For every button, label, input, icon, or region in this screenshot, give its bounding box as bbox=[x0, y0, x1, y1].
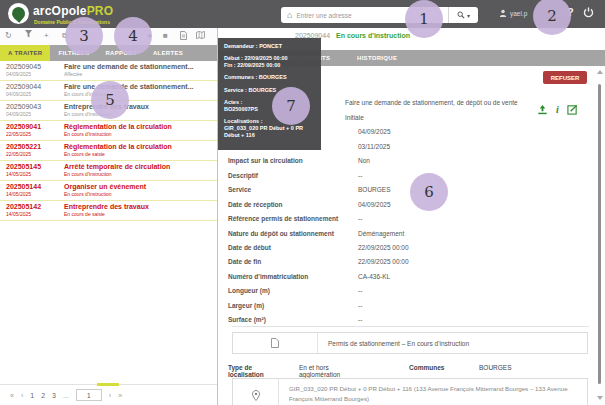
refresh-icon[interactable]: ↻ bbox=[5, 31, 12, 41]
request-number: 202509045 bbox=[6, 63, 64, 70]
pagination-next-button[interactable]: › bbox=[109, 392, 111, 399]
detail-status-badge: En cours d'instruction bbox=[336, 32, 410, 39]
pagination-ellipsis: ... bbox=[63, 392, 69, 399]
location-card[interactable]: GIR_033_020 PR Début + 0 PR Début + 116 … bbox=[232, 378, 588, 405]
pagination-prev-button[interactable]: ‹ bbox=[21, 392, 23, 399]
arcopole-app: arcOpolePRO Domaine Public & Autorisatio… bbox=[0, 0, 605, 405]
tooltip-fin: Fin : 22/09/2025 00:00 bbox=[224, 62, 315, 69]
tooltip-debut: Début : 22/09/2025 00:00 bbox=[224, 55, 315, 62]
list-item-alert[interactable]: 20250904122/05/2025 Règlementation de la… bbox=[0, 121, 217, 141]
communes-label: Communes bbox=[409, 364, 444, 371]
pagination-first-button[interactable]: « bbox=[10, 392, 14, 399]
pagination-page-3[interactable]: 3 bbox=[52, 392, 56, 399]
list-tab-bar: A TRAITER FILTRÉES RAPPORT ALERTES bbox=[0, 45, 217, 61]
request-title: Organiser un événement bbox=[64, 183, 146, 190]
pagination-page-1[interactable]: 1 bbox=[30, 392, 34, 399]
request-number: 202505221 bbox=[6, 143, 64, 150]
upload-icon[interactable] bbox=[537, 104, 548, 115]
permit-card-label: Permis de stationnement – En cours d'ins… bbox=[318, 340, 587, 347]
power-icon bbox=[583, 7, 594, 18]
detail-field: Longueur (m)-- bbox=[228, 287, 362, 294]
detail-field: Référence permis de stationnement-- bbox=[228, 215, 362, 222]
tab-historique[interactable]: HISTORIQUE bbox=[357, 50, 397, 66]
app-title: arcOpolePRO bbox=[33, 4, 113, 18]
stop-icon[interactable]: ■ bbox=[163, 31, 168, 41]
refuse-button[interactable]: REFUSER bbox=[543, 71, 587, 84]
section-divider bbox=[232, 326, 589, 327]
request-status: En cours d'instruction bbox=[64, 191, 146, 197]
permit-card[interactable]: Permis de stationnement – En cours d'ins… bbox=[232, 332, 588, 354]
annotation-marker-4: 4 bbox=[114, 17, 152, 55]
info-icon[interactable]: i bbox=[556, 104, 559, 115]
address-search-bar: ⌂ ▾ bbox=[281, 7, 478, 23]
document-icon bbox=[233, 333, 318, 353]
list-item-alert[interactable]: 20250514514/05/2025 Arrêté temporaire de… bbox=[0, 161, 217, 181]
map-icon[interactable] bbox=[196, 31, 205, 39]
request-date: 22/05/2025 bbox=[6, 131, 64, 137]
request-title: Faire une demande de stationnement... bbox=[64, 63, 194, 70]
request-number: 202509043 bbox=[6, 103, 64, 110]
request-date: 04/09/2025 bbox=[6, 71, 64, 77]
list-item-alert[interactable]: 20250514214/05/2025 Entreprendre des tra… bbox=[0, 201, 217, 221]
search-icon bbox=[457, 11, 465, 19]
list-item-alert[interactable]: 20250522122/05/2025 Règlementation de la… bbox=[0, 141, 217, 161]
pagination-bar: « ‹ 1 2 3 ... › » bbox=[0, 384, 217, 405]
request-number: 202505142 bbox=[6, 203, 64, 210]
detail-action-icons: i bbox=[537, 104, 578, 115]
tooltip-communes: Communes : BOURGES bbox=[224, 74, 315, 81]
request-date: 04/09/2025 bbox=[6, 91, 64, 97]
detail-field: Date de fin22/09/2025 00:00 bbox=[228, 258, 409, 265]
pagination-last-button[interactable]: » bbox=[118, 392, 122, 399]
add-icon[interactable]: + bbox=[44, 31, 49, 41]
request-status: Affectée bbox=[64, 71, 194, 77]
search-button[interactable]: ▾ bbox=[448, 7, 478, 23]
home-icon[interactable]: ⌂ bbox=[281, 7, 296, 23]
user-icon bbox=[499, 9, 507, 17]
app-title-pro: PRO bbox=[87, 4, 114, 18]
detail-field: Numéro d'immatriculationCA-436-KL bbox=[228, 273, 390, 280]
tooltip-localisations-value: GIR_033_020 PR Début + 0 PR Début + 116 bbox=[224, 125, 315, 139]
panel-resize-handle[interactable] bbox=[97, 383, 119, 386]
list-item[interactable]: 20250904504/09/2025 Faire une demande de… bbox=[0, 61, 217, 81]
detail-field: Date de réception04/09/2025 bbox=[228, 201, 391, 208]
edit-icon[interactable] bbox=[567, 104, 578, 115]
arcopole-logo-icon bbox=[8, 3, 29, 24]
request-number: 202505144 bbox=[6, 183, 64, 190]
pagination-page-2[interactable]: 2 bbox=[41, 392, 45, 399]
request-title: Règlementation de la circulation bbox=[64, 123, 172, 130]
request-date: 14/05/2025 bbox=[6, 171, 64, 177]
localisation-type-value: En et hors agglomération bbox=[299, 364, 340, 378]
user-menu[interactable]: yael.p bbox=[499, 9, 527, 17]
scroll-down-arrow[interactable] bbox=[597, 396, 603, 400]
tab-alertes[interactable]: ALERTES bbox=[145, 45, 191, 61]
scroll-up-arrow[interactable] bbox=[597, 70, 603, 74]
request-date: 14/05/2025 bbox=[6, 211, 64, 217]
export-document-icon[interactable] bbox=[180, 31, 187, 40]
request-title: Faire une demande de stationnement... bbox=[64, 83, 194, 90]
chevron-down-icon: ▾ bbox=[467, 12, 470, 19]
localisation-type-label: Type de localisation bbox=[228, 364, 264, 378]
request-status: En cours d'instruction bbox=[64, 171, 170, 177]
detail-field: Date de début22/09/2025 00:00 bbox=[228, 244, 409, 251]
list-item-alert[interactable]: 20250514414/05/2025 Organiser un événeme… bbox=[0, 181, 217, 201]
list-toolbar: ↻ + ⧉ ● ■ bbox=[0, 28, 217, 45]
detail-scrollbar[interactable] bbox=[598, 84, 601, 384]
tooltip-demandeur: Demandeur : PONCET bbox=[224, 43, 315, 50]
annotation-marker-1: 1 bbox=[405, 0, 443, 38]
annotation-marker-3: 3 bbox=[65, 17, 103, 55]
detail-field: Descriptif-- bbox=[228, 172, 362, 179]
username: yael.p bbox=[510, 10, 527, 17]
request-title: Règlementation de la circulation bbox=[64, 143, 172, 150]
map-pin-icon bbox=[233, 379, 279, 405]
logout-button[interactable] bbox=[583, 7, 594, 18]
annotation-marker-5: 5 bbox=[91, 81, 129, 119]
request-number: 202505145 bbox=[6, 163, 64, 170]
tab-a-traiter[interactable]: A TRAITER bbox=[0, 45, 50, 61]
pagination-page-input[interactable] bbox=[76, 389, 102, 401]
request-number: 202509044 bbox=[6, 83, 64, 90]
filter-icon[interactable] bbox=[25, 30, 32, 38]
request-status: En cours de saisie bbox=[64, 151, 172, 157]
request-title: Entreprendre des travaux bbox=[64, 203, 149, 210]
detail-field: Surface (m²)-- bbox=[228, 316, 362, 323]
request-date: 04/09/2025 bbox=[6, 111, 64, 117]
